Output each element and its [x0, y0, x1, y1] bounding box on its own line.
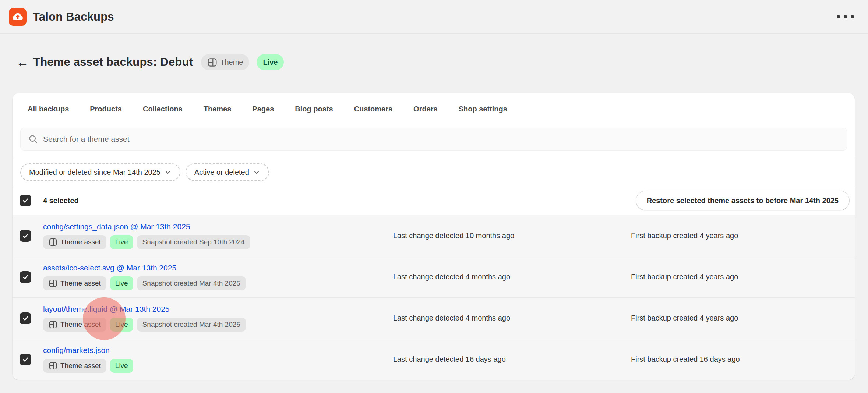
checkmark-icon [22, 197, 29, 204]
first-backup-cell: First backup created 4 years ago [631, 314, 855, 322]
tab-bar: All backupsProductsCollectionsThemesPage… [13, 93, 855, 123]
theme-asset-label: Theme asset [60, 238, 101, 246]
checkmark-icon [22, 273, 29, 281]
theme-icon [49, 279, 57, 288]
row-checkbox[interactable] [20, 354, 31, 365]
row-checkbox[interactable] [20, 312, 31, 324]
theme-icon [49, 238, 57, 247]
select-all-checkbox[interactable] [20, 195, 31, 206]
last-change-cell: Last change detected 10 months ago [393, 231, 631, 240]
last-change-cell: Last change detected 4 months ago [393, 314, 631, 322]
page-title: Theme asset backups: Debut [33, 56, 193, 69]
checkmark-icon [22, 356, 29, 363]
tab-orders[interactable]: Orders [413, 105, 438, 113]
ellipsis-icon[interactable] [833, 11, 858, 22]
last-change-cell: Last change detected 4 months ago [393, 273, 631, 281]
chevron-down-icon [253, 169, 260, 176]
cloud-upload-icon [11, 11, 24, 23]
snapshot-badge: Snapshot created Sep 10th 2024 [137, 235, 250, 249]
asset-cell: config/settings_data.json @ Mar 13th 202… [43, 222, 393, 249]
theme-icon [207, 57, 217, 67]
tab-products[interactable]: Products [90, 105, 122, 113]
backup-rows: config/settings_data.json @ Mar 13th 202… [13, 215, 855, 380]
tab-collections[interactable]: Collections [143, 105, 183, 113]
search-placeholder: Search for a theme asset [43, 135, 130, 144]
last-change-cell: Last change detected 16 days ago [393, 355, 631, 364]
filter-label: Active or deleted [194, 168, 249, 177]
asset-link[interactable]: assets/ico-select.svg @ Mar 13th 2025 [43, 263, 176, 272]
theme-asset-badge: Theme asset [43, 359, 106, 373]
badge-line: Theme asset Live Snapshot created Mar 4t… [43, 276, 393, 290]
row-checkbox[interactable] [20, 230, 31, 242]
theme-asset-label: Theme asset [60, 321, 101, 329]
snapshot-badge: Snapshot created Mar 4th 2025 [137, 318, 246, 332]
search-input[interactable]: Search for a theme asset [20, 128, 847, 151]
theme-asset-label: Theme asset [60, 362, 101, 370]
badge-line: Theme asset Live Snapshot created Sep 10… [43, 235, 393, 249]
asset-link[interactable]: config/markets.json [43, 346, 110, 355]
live-badge: Live [110, 235, 133, 249]
app-title: Talon Backups [33, 10, 114, 24]
first-backup-cell: First backup created 16 days ago [631, 355, 855, 364]
first-backup-cell: First backup created 4 years ago [631, 231, 855, 240]
table-row[interactable]: assets/ico-select.svg @ Mar 13th 2025 Th… [13, 256, 855, 297]
row-checkbox[interactable] [20, 271, 31, 283]
app-logo [9, 8, 27, 26]
selection-header: 4 selected Restore selected theme assets… [13, 186, 855, 215]
filter-label: Modified or deleted since Mar 14th 2025 [29, 168, 160, 177]
theme-icon [49, 320, 57, 329]
live-badge: Live [110, 276, 133, 290]
checkmark-icon [22, 315, 29, 322]
asset-cell: layout/theme.liquid @ Mar 13th 2025 Them… [43, 305, 393, 332]
theme-asset-badge: Theme asset [43, 276, 106, 290]
page-heading: ← Theme asset backups: Debut Theme Live [16, 54, 868, 70]
tab-shop-settings[interactable]: Shop settings [459, 105, 507, 113]
tab-themes[interactable]: Themes [204, 105, 232, 113]
asset-cell: config/markets.json Theme asset Live [43, 346, 393, 373]
checkmark-icon [22, 232, 29, 240]
chevron-down-icon [164, 169, 172, 176]
theme-asset-badge: Theme asset [43, 235, 106, 249]
filter-modified-since[interactable]: Modified or deleted since Mar 14th 2025 [20, 163, 180, 181]
live-status-badge: Live [257, 54, 284, 70]
badge-line: Theme asset Live [43, 359, 393, 373]
live-badge-label: Live [263, 58, 278, 67]
table-row[interactable]: config/settings_data.json @ Mar 13th 202… [13, 215, 855, 256]
theme-type-badge: Theme [201, 54, 249, 70]
theme-asset-badge: Theme asset [43, 318, 106, 332]
filter-bar: Modified or deleted since Mar 14th 2025 … [13, 158, 855, 186]
restore-selected-button[interactable]: Restore selected theme assets to before … [636, 191, 850, 210]
asset-cell: assets/ico-select.svg @ Mar 13th 2025 Th… [43, 263, 393, 290]
tab-all-backups[interactable]: All backups [28, 105, 69, 113]
theme-badge-label: Theme [220, 58, 243, 67]
table-row[interactable]: layout/theme.liquid @ Mar 13th 2025 Them… [13, 297, 855, 339]
app-bar: Talon Backups [0, 0, 868, 34]
search-section: Search for a theme asset [13, 123, 855, 158]
live-badge: Live [110, 318, 133, 332]
first-backup-cell: First backup created 4 years ago [631, 273, 855, 281]
asset-link[interactable]: config/settings_data.json @ Mar 13th 202… [43, 222, 190, 231]
theme-asset-label: Theme asset [60, 279, 101, 287]
filter-active-or-deleted[interactable]: Active or deleted [186, 163, 269, 181]
theme-icon [49, 361, 57, 370]
table-row[interactable]: config/markets.json Theme asset Live Las… [13, 339, 855, 380]
live-badge: Live [110, 359, 133, 373]
snapshot-badge: Snapshot created Mar 4th 2025 [137, 276, 246, 290]
backups-card: All backupsProductsCollectionsThemesPage… [13, 93, 855, 380]
badge-line: Theme asset Live Snapshot created Mar 4t… [43, 318, 393, 332]
search-icon [28, 134, 38, 144]
tab-blog-posts[interactable]: Blog posts [295, 105, 333, 113]
selected-count: 4 selected [43, 196, 79, 205]
tab-pages[interactable]: Pages [252, 105, 274, 113]
asset-link[interactable]: layout/theme.liquid @ Mar 13th 2025 [43, 305, 170, 314]
back-arrow-icon[interactable]: ← [16, 56, 32, 68]
tab-customers[interactable]: Customers [354, 105, 392, 113]
